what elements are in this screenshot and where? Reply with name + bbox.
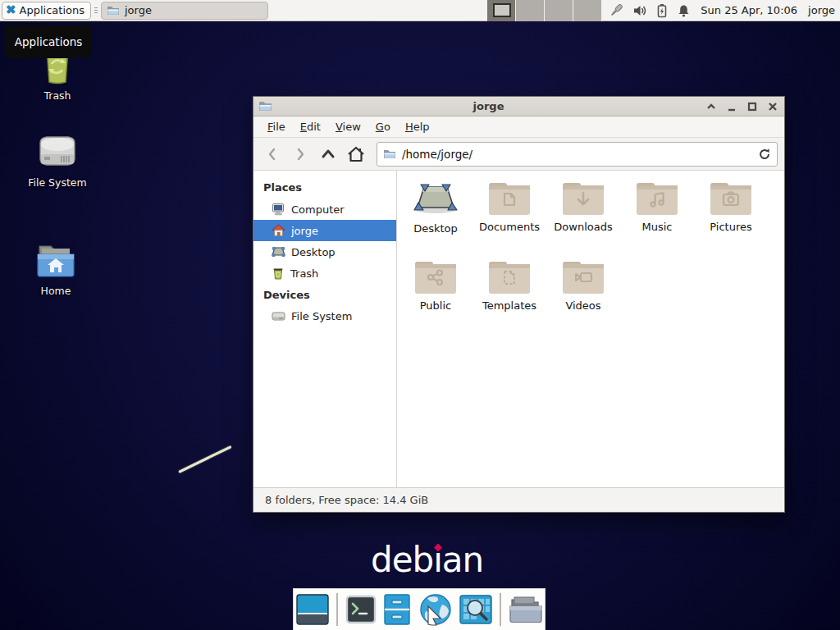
location-input[interactable] <box>402 148 752 161</box>
sidebar-item-computer[interactable]: Computer <box>253 199 396 220</box>
workspace-switcher[interactable] <box>487 0 602 21</box>
folder-item-videos[interactable]: Videos <box>546 259 620 325</box>
minimize-button[interactable] <box>725 100 738 113</box>
folder-view: Desktop Documents <box>397 171 784 487</box>
sidebar-item-file-system[interactable]: File System <box>253 306 396 326</box>
window-titlebar[interactable]: jorge <box>253 97 784 116</box>
folder-item-music[interactable]: Music <box>620 180 694 246</box>
taskbar-button-label: jorge <box>125 4 152 16</box>
window-title: jorge <box>272 100 705 112</box>
taskbar-button-jorge[interactable]: jorge <box>101 2 268 20</box>
home-icon <box>272 224 285 237</box>
folder-item-public[interactable]: Public <box>399 259 472 325</box>
file-manager-window: jorge File Edit View Go Help <box>253 96 785 513</box>
music-folder-icon <box>637 180 678 215</box>
tool-icon[interactable] <box>609 2 624 18</box>
close-button[interactable] <box>766 100 779 113</box>
workspace-window-preview <box>493 3 511 17</box>
dock-panel <box>293 588 546 630</box>
folder-dock-icon[interactable] <box>509 595 543 624</box>
up-button[interactable] <box>316 143 340 166</box>
folder-item-pictures[interactable]: Pictures <box>694 180 768 246</box>
dock-separator <box>500 593 501 626</box>
devices-header: Devices <box>253 284 396 306</box>
folder-item-downloads[interactable]: Downloads <box>546 180 620 246</box>
sidebar: Places Computer jorge Desktop <box>253 171 397 487</box>
templates-folder-icon <box>489 259 530 294</box>
drive-icon <box>272 310 285 322</box>
terminal-icon[interactable] <box>345 595 377 624</box>
back-button[interactable] <box>260 143 285 166</box>
public-folder-icon <box>415 259 456 294</box>
places-header: Places <box>253 176 396 199</box>
path-bar[interactable] <box>377 142 778 167</box>
applications-tooltip: Applications <box>5 25 92 58</box>
desktop-icon-home[interactable]: Home <box>11 243 101 297</box>
menu-help[interactable]: Help <box>398 118 437 135</box>
panel-handle[interactable] <box>93 2 99 19</box>
pictures-folder-icon <box>710 180 751 215</box>
home-button[interactable] <box>344 143 368 166</box>
folder-icon <box>383 148 396 161</box>
documents-folder-icon <box>489 180 530 215</box>
hard-drive-icon <box>12 131 103 172</box>
folder-item-templates[interactable]: Templates <box>472 259 546 325</box>
cursor-trail-line <box>178 445 231 473</box>
downloads-folder-icon <box>563 180 604 215</box>
desktop-icon-file-system[interactable]: File System <box>12 131 103 189</box>
folder-icon <box>107 4 120 17</box>
panel-clock[interactable]: Sun 25 Apr, 10:06 <box>701 4 797 16</box>
file-cabinet-icon[interactable] <box>384 594 410 625</box>
sidebar-item-trash[interactable]: Trash <box>253 262 396 284</box>
maximize-button[interactable] <box>746 100 759 113</box>
applications-menu-button[interactable]: ✖ Applications <box>2 2 91 20</box>
menu-bar: File Edit View Go Help <box>253 116 784 138</box>
folder-item-documents[interactable]: Documents <box>472 180 546 246</box>
workspace-3[interactable] <box>545 0 573 21</box>
desktop-icon-label: Home <box>11 285 101 297</box>
workspace-4[interactable] <box>573 0 602 21</box>
menu-edit[interactable]: Edit <box>293 118 328 135</box>
menu-view[interactable]: View <box>328 118 368 135</box>
system-tray <box>609 2 691 18</box>
window-folder-icon <box>258 99 272 113</box>
battery-charging-icon[interactable] <box>655 3 669 18</box>
sidebar-item-desktop[interactable]: Desktop <box>253 241 396 262</box>
trash-icon <box>272 267 285 280</box>
web-browser-icon[interactable] <box>418 593 452 626</box>
menu-file[interactable]: File <box>260 118 293 135</box>
sidebar-item-jorge[interactable]: jorge <box>253 220 396 241</box>
computer-icon <box>272 203 285 216</box>
workspace-2[interactable] <box>516 0 545 21</box>
xfce-logo-icon: ✖ <box>6 4 16 16</box>
app-finder-icon[interactable] <box>459 594 492 625</box>
home-folder-icon <box>11 243 101 281</box>
videos-folder-icon <box>563 259 604 294</box>
toolbar <box>253 138 784 171</box>
desktop-icon-label: File System <box>12 176 103 189</box>
show-desktop-icon[interactable] <box>296 594 329 625</box>
forward-button[interactable] <box>288 143 313 166</box>
dock-separator <box>336 593 338 626</box>
folder-item-desktop[interactable]: Desktop <box>399 180 472 246</box>
debian-logo: debıan <box>371 540 483 580</box>
applications-menu-label: Applications <box>20 4 84 16</box>
notification-bell-icon[interactable] <box>677 3 691 18</box>
top-panel: ✖ Applications jorge Sun 25 Apr, 10:06 j… <box>0 0 840 21</box>
desktop-icon <box>272 245 285 258</box>
status-text: 8 folders, Free space: 14.4 GiB <box>265 494 428 506</box>
workspace-1[interactable] <box>487 0 516 21</box>
menu-go[interactable]: Go <box>368 118 398 135</box>
reload-icon[interactable] <box>758 148 771 161</box>
volume-icon[interactable] <box>632 3 647 18</box>
desktop-surface-icon <box>413 180 459 217</box>
shade-button[interactable] <box>705 100 718 113</box>
status-bar: 8 folders, Free space: 14.4 GiB <box>253 487 784 512</box>
desktop-icon-label: Trash <box>12 89 103 102</box>
panel-username: jorge <box>808 4 835 16</box>
